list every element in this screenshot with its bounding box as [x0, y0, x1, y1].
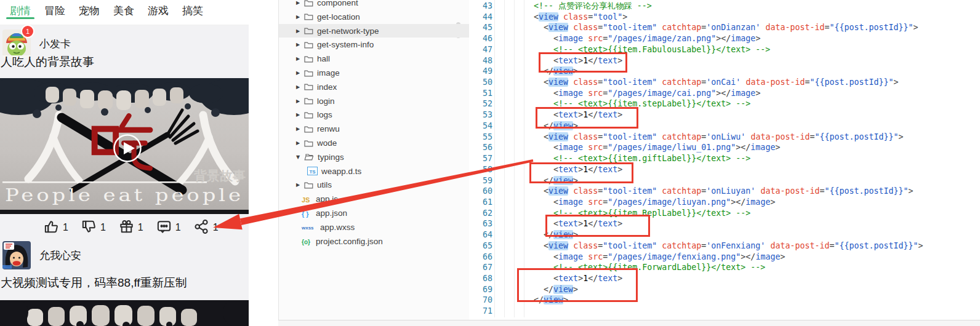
- code-line-61[interactable]: 61 <image src="/pages/image/liuyan.png">…: [469, 197, 980, 208]
- code-line-56[interactable]: 56 <image src="/pages/image/liwu_01.png"…: [469, 142, 980, 153]
- disclosure-triangle-icon[interactable]: ▶: [296, 98, 304, 104]
- code-line-70[interactable]: 70 </view>: [469, 295, 980, 306]
- code-line-48[interactable]: 48 <text>1</text>: [469, 55, 980, 66]
- code-line-67[interactable]: 67 <!-- <text>{{item.ForwardLabel}}</tex…: [469, 262, 980, 273]
- avatar[interactable]: [2, 241, 31, 269]
- play-icon[interactable]: [114, 135, 141, 162]
- code-line-65[interactable]: 65 <view class="tool-item" catchtap='onF…: [469, 241, 980, 252]
- disclosure-triangle-icon[interactable]: ▶: [296, 112, 304, 117]
- svg-text:TS: TS: [309, 169, 316, 175]
- tree-item-typings[interactable]: ▼typings: [279, 150, 469, 164]
- svg-text:{ }: { }: [302, 210, 309, 217]
- code-line-55[interactable]: 55 <view class="tool-item" catchtap='onL…: [469, 132, 980, 143]
- tree-item-label: get-location: [317, 12, 360, 22]
- disclosure-triangle-icon[interactable]: ▶: [296, 182, 304, 188]
- folder-icon: [304, 153, 314, 161]
- tree-item-app.json[interactable]: { }app.json: [279, 207, 469, 220]
- code-text: <view class="tool-item" catchtap='onCai'…: [494, 77, 899, 88]
- code-text: <view class="tool-item" catchtap='onFenx…: [494, 241, 923, 252]
- code-line-45[interactable]: 45 <view class="tool-item" catchtap='onD…: [469, 22, 980, 33]
- tree-item-image[interactable]: ▶image: [279, 66, 469, 80]
- tree-item-weapp.d.ts[interactable]: TSweapp.d.ts: [279, 164, 469, 178]
- video-thumbnail[interactable]: 背景故事 People eat people: [0, 78, 249, 214]
- code-line-46[interactable]: 46 <image src="/pages/image/zan.png"></i…: [469, 33, 980, 44]
- thumbs-up-action[interactable]: 1: [43, 218, 68, 237]
- gift-action[interactable]: 1: [118, 218, 143, 237]
- code-line-44[interactable]: 44 <view class="tool">: [469, 12, 980, 23]
- disclosure-triangle-icon[interactable]: ▶: [296, 70, 304, 76]
- caption-rule: [2, 181, 207, 183]
- code-text: <image src="/pages/image/fenxiang.png"><…: [494, 252, 785, 263]
- code-line-60[interactable]: 60 <view class="tool-item" catchtap='onL…: [469, 186, 980, 197]
- code-line-54[interactable]: 54 </view>: [469, 121, 980, 132]
- code-line-69[interactable]: 69 </view>: [469, 284, 980, 295]
- code-line-43[interactable]: 43 <!-- 点赞评论分享礼物踩 -->: [469, 1, 980, 12]
- tree-item-get-system-info[interactable]: ▶get-system-info: [279, 38, 469, 52]
- disclosure-triangle-icon[interactable]: ▶: [296, 84, 304, 90]
- code-line-49[interactable]: 49 </view>: [469, 66, 980, 77]
- tree-item-login[interactable]: ▶login: [279, 94, 469, 108]
- line-number: 56: [469, 142, 492, 153]
- tree-item-index[interactable]: ▶index: [279, 80, 469, 93]
- comment-action[interactable]: 1: [156, 218, 181, 237]
- app-tab-4[interactable]: 游戏: [144, 4, 172, 18]
- tree-item-get-network-type[interactable]: ▶get-network-type: [279, 24, 469, 38]
- disclosure-triangle-icon[interactable]: ▶: [296, 0, 304, 6]
- tree-item-wode[interactable]: ▶wode: [279, 137, 469, 150]
- tree-item-project.config.json[interactable]: {o}project.config.json: [279, 234, 469, 248]
- disclosure-triangle-icon[interactable]: ▶: [296, 42, 304, 47]
- tree-item-label: app.js: [316, 194, 338, 204]
- code-line-51[interactable]: 51 <image src="/pages/image/cai.png"></i…: [469, 88, 980, 99]
- disclosure-triangle-icon[interactable]: ▼: [296, 154, 304, 160]
- video-thumbnail[interactable]: [0, 300, 249, 326]
- post-title[interactable]: 大视频测试专用，码率88,ff重新压制: [1, 275, 187, 291]
- code-line-58[interactable]: 58 <text>1</text>: [469, 164, 980, 175]
- post-username[interactable]: 允我心安: [39, 248, 81, 263]
- disclosure-triangle-icon[interactable]: ▶: [296, 14, 304, 20]
- code-line-53[interactable]: 53 <text>1</text>: [469, 109, 980, 121]
- tree-item-app.js[interactable]: JSapp.js: [279, 193, 469, 206]
- app-tab-0[interactable]: 剧情: [6, 4, 34, 18]
- code-line-66[interactable]: 66 <image src="/pages/image/fenxiang.png…: [469, 252, 980, 263]
- tree-item-get-location[interactable]: ▶get-location: [279, 10, 469, 23]
- code-line-57[interactable]: 57 <!-- <text>{{item.giftLabel}}</text> …: [469, 153, 980, 164]
- tree-item-component[interactable]: ▶component: [279, 0, 469, 10]
- post-username[interactable]: 小发卡: [39, 37, 71, 51]
- tree-item-hall[interactable]: ▶hall: [279, 52, 469, 66]
- code-line-63[interactable]: 63 <text>1</text>: [469, 218, 980, 229]
- post-title[interactable]: 人吃人的背景故事: [1, 54, 94, 70]
- share-action[interactable]: 1: [193, 218, 219, 237]
- disclosure-triangle-icon[interactable]: ▶: [296, 56, 304, 62]
- code-line-59[interactable]: 59 </view>: [469, 175, 980, 186]
- avatar-woman-art: [2, 241, 31, 269]
- disclosure-triangle-icon[interactable]: ▶: [296, 140, 304, 146]
- disclosure-triangle-icon[interactable]: ▶: [296, 126, 304, 132]
- tree-item-app.wxss[interactable]: wxssapp.wxss: [279, 220, 469, 234]
- tree-item-logs[interactable]: ▶logs: [279, 108, 469, 122]
- folder-icon: [304, 181, 313, 189]
- code-editor[interactable]: 43 <!-- 点赞评论分享礼物踩 -->44 <view class="too…: [469, 0, 980, 320]
- app-tab-5[interactable]: 搞笑: [179, 4, 207, 18]
- code-line-68[interactable]: 68 <text>1</text>: [469, 273, 980, 284]
- line-number: 51: [469, 88, 492, 99]
- line-number: 57: [469, 153, 492, 164]
- action-count: 1: [175, 222, 181, 233]
- ts-file-icon: TS: [307, 167, 318, 175]
- tree-item-label: app.wxss: [320, 223, 355, 232]
- code-line-52[interactable]: 52 <!-- <text>{{item.stepLabel}}</text> …: [469, 98, 980, 109]
- svg-text:{o}: {o}: [302, 239, 310, 245]
- action-count: 1: [100, 222, 106, 233]
- code-line-62[interactable]: 62 <!-- <text>{{item.ReplLabel}}</text> …: [469, 208, 980, 219]
- disclosure-triangle-icon[interactable]: ▶: [296, 28, 304, 34]
- code-line-47[interactable]: 47 <!-- <text>{{item.FabulousLabel}}</te…: [469, 44, 980, 55]
- code-text: <text>1</text>: [494, 55, 622, 66]
- code-line-71[interactable]: 71: [469, 306, 980, 317]
- tree-item-utils[interactable]: ▶utils: [279, 178, 469, 192]
- app-tab-3[interactable]: 美食: [110, 4, 138, 18]
- app-tab-1[interactable]: 冒险: [41, 4, 69, 18]
- app-tab-2[interactable]: 宠物: [75, 4, 103, 18]
- code-line-64[interactable]: 64 </view>: [469, 229, 980, 241]
- thumbs-down-action[interactable]: 1: [81, 218, 106, 237]
- code-line-50[interactable]: 50 <view class="tool-item" catchtap='onC…: [469, 77, 980, 88]
- tree-item-renwu[interactable]: ▶renwu: [279, 122, 469, 136]
